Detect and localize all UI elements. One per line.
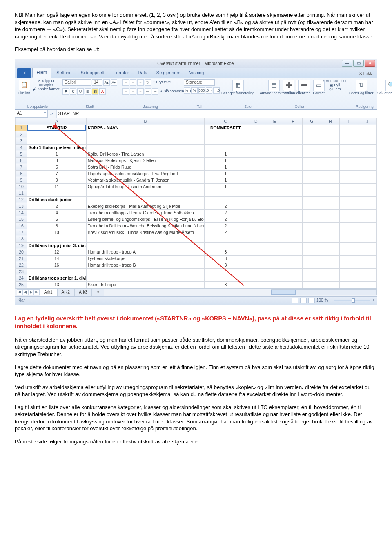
cell[interactable] — [27, 236, 86, 242]
cell[interactable] — [339, 275, 358, 281]
cell[interactable] — [321, 151, 339, 157]
cell[interactable] — [247, 255, 265, 262]
cell[interactable]: 3 — [205, 249, 247, 255]
sheet-nav-first[interactable]: ⏮ — [17, 289, 22, 295]
cell[interactable] — [247, 203, 265, 209]
cell[interactable]: 5 — [27, 164, 86, 170]
cell[interactable] — [265, 255, 284, 262]
row-header[interactable]: 9 — [16, 177, 27, 183]
decrease-font-button[interactable]: A▾ — [111, 79, 117, 86]
cell[interactable] — [247, 131, 265, 138]
cell[interactable] — [86, 196, 204, 203]
cell[interactable] — [265, 281, 284, 288]
cell[interactable] — [284, 177, 302, 183]
cell[interactable] — [205, 236, 247, 242]
cell[interactable] — [284, 222, 302, 229]
cell[interactable] — [339, 222, 358, 229]
cell[interactable] — [321, 131, 339, 138]
sheet-tab-ark3[interactable]: Ark3 — [74, 288, 92, 296]
cell[interactable] — [321, 242, 339, 249]
row-header[interactable]: 10 — [16, 183, 27, 190]
cell[interactable] — [265, 216, 284, 222]
cell[interactable] — [247, 144, 265, 151]
cell[interactable]: 2 — [205, 209, 247, 216]
cell[interactable]: 3 — [205, 255, 247, 262]
cell[interactable] — [358, 236, 377, 242]
cell[interactable] — [302, 177, 321, 183]
cell[interactable] — [265, 209, 284, 216]
cell[interactable] — [302, 281, 321, 288]
cell[interactable] — [358, 125, 377, 131]
cell[interactable] — [247, 222, 265, 229]
row-header[interactable]: 17 — [16, 229, 27, 236]
view-pagebreak-button[interactable] — [308, 298, 315, 303]
cell[interactable]: Solo 1 Baton preteen intermediate — [27, 144, 86, 151]
cell[interactable] — [302, 242, 321, 249]
cell[interactable] — [265, 262, 284, 268]
cell[interactable]: 4 — [27, 209, 86, 216]
cell[interactable] — [321, 236, 339, 242]
cell[interactable]: KORPS - NAVN — [86, 125, 204, 131]
cell[interactable] — [247, 281, 265, 288]
paste-button[interactable]: 📋Lim inn — [18, 79, 31, 96]
cell[interactable] — [205, 138, 247, 144]
cell[interactable] — [302, 216, 321, 222]
cell[interactable] — [321, 170, 339, 177]
cell[interactable] — [247, 262, 265, 268]
cell[interactable] — [321, 281, 339, 288]
cell[interactable] — [247, 216, 265, 222]
col-header[interactable]: I — [339, 118, 358, 125]
cell[interactable] — [321, 222, 339, 229]
cell[interactable] — [339, 157, 358, 164]
cell[interactable] — [302, 190, 321, 196]
inc-decimal-button[interactable]: .0→ — [206, 87, 212, 94]
cell[interactable] — [339, 262, 358, 268]
row-header[interactable]: 23 — [16, 268, 27, 275]
cell[interactable]: Skien drilltropp — [86, 281, 204, 288]
cell[interactable] — [284, 209, 302, 216]
cell[interactable] — [358, 229, 377, 236]
cell[interactable] — [284, 157, 302, 164]
cell[interactable] — [302, 157, 321, 164]
cell[interactable] — [339, 229, 358, 236]
autosum-button[interactable]: Σ Autosummer — [323, 79, 347, 83]
cell[interactable] — [205, 196, 247, 203]
cell[interactable]: Kolbu Drillkorps - Tina Larsen — [86, 151, 204, 157]
font-size-select[interactable]: 14 — [92, 79, 102, 86]
cell[interactable] — [358, 275, 377, 281]
cell[interactable]: 1 — [205, 151, 247, 157]
cell[interactable] — [284, 131, 302, 138]
cell[interactable] — [302, 209, 321, 216]
cell[interactable] — [302, 151, 321, 157]
cell[interactable] — [358, 196, 377, 203]
cell[interactable]: STARTNR — [27, 125, 86, 131]
cell[interactable] — [339, 268, 358, 275]
cell[interactable] — [86, 275, 204, 281]
cell[interactable] — [265, 183, 284, 190]
col-header[interactable] — [16, 118, 27, 125]
border-button[interactable]: ▦ — [85, 88, 91, 95]
fx-icon[interactable]: fx — [48, 111, 56, 117]
sheet-nav-last[interactable]: ⏭ — [34, 289, 40, 295]
cell[interactable] — [284, 236, 302, 242]
tab-review[interactable]: Se gjennom — [152, 68, 185, 78]
cell[interactable] — [321, 262, 339, 268]
cell[interactable] — [321, 196, 339, 203]
cell[interactable] — [302, 125, 321, 131]
cell[interactable]: Drilldans tropp junior 3. divisjon — [27, 242, 86, 249]
cell[interactable] — [302, 196, 321, 203]
cell[interactable]: 10 — [27, 229, 86, 236]
cell[interactable] — [302, 131, 321, 138]
col-header[interactable]: B — [86, 118, 204, 125]
cell[interactable] — [284, 196, 302, 203]
align-center-button[interactable]: ≡ — [130, 88, 136, 95]
orientation-button[interactable]: ↻ — [145, 79, 151, 86]
cell[interactable]: 1 — [205, 164, 247, 170]
cell[interactable] — [339, 151, 358, 157]
cell[interactable] — [86, 190, 204, 196]
cell[interactable] — [265, 151, 284, 157]
increase-font-button[interactable]: A▴ — [103, 79, 110, 86]
cell[interactable] — [302, 249, 321, 255]
col-header[interactable]: G — [302, 118, 321, 125]
cell[interactable] — [205, 242, 247, 249]
